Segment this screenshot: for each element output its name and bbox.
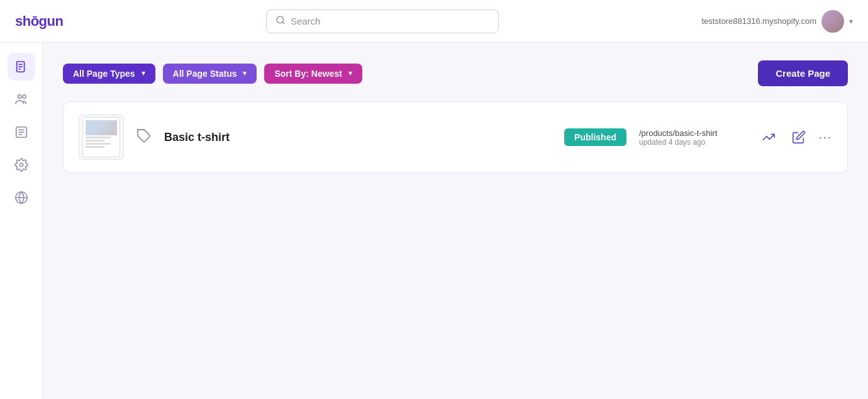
page-meta: /products/basic-t-shirt updated 4 days a… [639, 128, 746, 147]
search-input[interactable] [291, 16, 489, 26]
filter-page-types-button[interactable]: All Page Types ▾ [63, 64, 155, 84]
svg-point-6 [18, 95, 21, 99]
svg-point-12 [19, 163, 23, 167]
user-area: teststore881316.myshopify.com ▾ [701, 10, 853, 33]
more-options-icon[interactable]: ··· [819, 131, 832, 144]
sidebar-item-content[interactable] [8, 118, 35, 146]
svg-line-1 [282, 22, 284, 24]
avatar [821, 10, 844, 33]
svg-point-7 [22, 95, 26, 99]
chevron-down-icon: ▾ [849, 17, 853, 26]
sidebar-item-audience[interactable] [8, 86, 35, 113]
body-layout: All Page Types ▾ All Page Status ▾ Sort … [0, 43, 868, 399]
search-bar[interactable] [266, 9, 499, 33]
sidebar-item-settings[interactable] [8, 151, 35, 179]
search-icon [275, 15, 286, 28]
sidebar [0, 43, 43, 399]
chevron-down-icon: ▾ [348, 69, 352, 77]
header: shōgun teststore881316.myshopify.com ▾ [0, 0, 868, 43]
chevron-down-icon: ▾ [243, 69, 247, 77]
svg-point-0 [277, 16, 284, 23]
toolbar: All Page Types ▾ All Page Status ▾ Sort … [63, 60, 848, 86]
sidebar-item-integrations[interactable] [8, 184, 35, 211]
chevron-down-icon: ▾ [142, 69, 145, 77]
page-tag-icon [136, 128, 152, 146]
create-page-button[interactable]: Create Page [758, 60, 848, 86]
page-card: Basic t-shirt Published /products/basic-… [63, 101, 848, 173]
page-thumbnail [79, 115, 124, 160]
edit-icon[interactable] [789, 127, 809, 147]
main-content: All Page Types ▾ All Page Status ▾ Sort … [43, 43, 868, 399]
filter-page-status-button[interactable]: All Page Status ▾ [163, 64, 257, 84]
page-name: Basic t-shirt [164, 131, 552, 144]
sidebar-item-pages[interactable] [8, 53, 35, 81]
sort-button[interactable]: Sort By: Newest ▾ [264, 64, 362, 84]
logo-text: shōgun [15, 13, 63, 30]
page-updated: updated 4 days ago [639, 138, 705, 147]
page-actions: ··· [759, 127, 832, 147]
analytics-icon[interactable] [759, 127, 779, 147]
page-url: /products/basic-t-shirt [639, 128, 717, 138]
logo: shōgun [15, 13, 63, 30]
store-name: teststore881316.myshopify.com [701, 16, 816, 26]
status-badge: Published [564, 128, 626, 146]
